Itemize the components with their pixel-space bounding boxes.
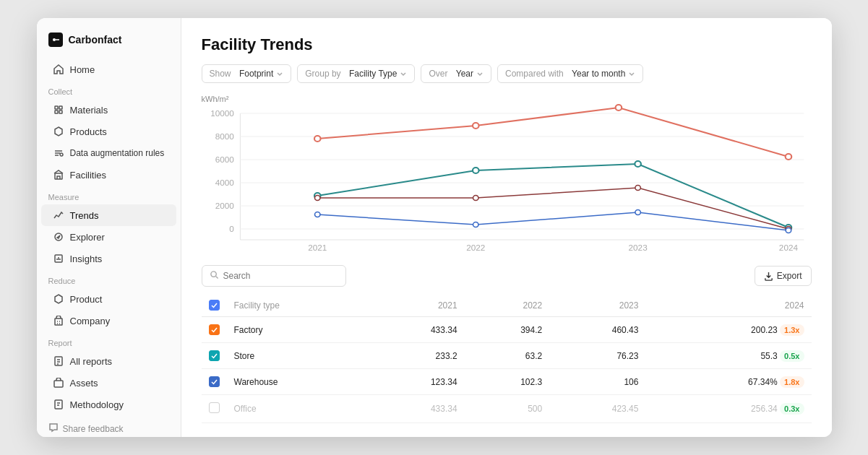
sidebar-item-assets[interactable]: Assets — [41, 372, 176, 394]
row-checkbox[interactable] — [209, 324, 220, 335]
svg-point-41 — [473, 196, 478, 201]
company-icon — [53, 315, 64, 326]
chevron-down-icon — [276, 70, 283, 77]
app-container: Carbonfact Home Collect Materials — [37, 18, 832, 437]
group-by-filter-button[interactable]: Group by Facility Type — [297, 64, 415, 83]
sidebar-item-product[interactable]: Product — [41, 288, 176, 310]
chart-unit-label: kWh/m² — [202, 95, 812, 103]
col-header-2024: 2024 — [645, 294, 811, 317]
row-2022: 394.2 — [465, 317, 550, 343]
row-2022: 500 — [465, 395, 550, 423]
sidebar-logo: Carbonfact — [37, 30, 181, 58]
row-checkbox-cell — [202, 317, 227, 343]
row-2021: 233.2 — [368, 343, 464, 369]
svg-rect-3 — [59, 106, 62, 109]
sidebar-item-home-label: Home — [70, 64, 95, 75]
row-2021: 123.34 — [368, 369, 464, 395]
insights-icon — [53, 253, 64, 264]
svg-point-48 — [210, 272, 215, 277]
sidebar-item-facilities[interactable]: Facilities — [41, 164, 176, 186]
row-checkbox[interactable] — [209, 402, 220, 413]
sidebar-item-all-reports[interactable]: All reports — [41, 350, 176, 372]
search-icon — [210, 270, 219, 282]
svg-point-0 — [53, 38, 56, 41]
search-input[interactable] — [223, 271, 338, 281]
table-row: Office 433.34 500 423.45 256.34 0.3x — [202, 395, 812, 423]
svg-text:4000: 4000 — [215, 178, 233, 187]
row-2023: 423.45 — [549, 395, 645, 423]
over-filter-button[interactable]: Over Year — [421, 64, 491, 83]
sidebar-item-company[interactable]: Company — [41, 310, 176, 332]
sidebar-item-materials[interactable]: Materials — [41, 99, 176, 121]
sidebar-item-home[interactable]: Home — [41, 58, 176, 80]
svg-point-33 — [472, 123, 478, 129]
row-checkbox[interactable] — [209, 376, 220, 387]
row-2024: 200.23 1.3x — [645, 317, 811, 343]
show-filter-button[interactable]: Show Footprint — [202, 64, 292, 83]
row-name-cell: Warehouse — [227, 369, 369, 395]
all-reports-icon — [53, 355, 64, 367]
compared-with-filter-button[interactable]: Compared with Year to month — [497, 64, 643, 83]
row-checkbox-cell — [202, 395, 227, 423]
sidebar-item-all-reports-label: All reports — [70, 356, 113, 367]
row-2023: 460.43 — [549, 317, 645, 343]
export-button[interactable]: Export — [755, 266, 812, 286]
sidebar-item-explorer-label: Explorer — [70, 232, 105, 243]
svg-point-6 — [60, 153, 63, 156]
sidebar-item-data-augmentation[interactable]: Data augmentation rules — [41, 142, 176, 164]
explorer-icon — [53, 231, 64, 243]
export-icon — [764, 272, 773, 281]
chevron-down-icon — [400, 70, 407, 77]
svg-text:2023: 2023 — [628, 243, 647, 252]
row-name: Office — [234, 404, 257, 414]
group-by-value: Facility Type — [349, 69, 397, 79]
sidebar-item-data-augmentation-label: Data augmentation rules — [70, 148, 165, 158]
badge: 0.3x — [780, 403, 804, 415]
row-name: Warehouse — [234, 377, 278, 387]
sidebar-item-assets-label: Assets — [70, 378, 98, 389]
sidebar-item-materials-label: Materials — [70, 105, 108, 116]
row-2022: 102.3 — [465, 369, 550, 395]
row-checkbox-cell — [202, 369, 227, 395]
row-2021: 433.34 — [368, 317, 464, 343]
svg-rect-5 — [59, 110, 62, 113]
svg-rect-4 — [55, 110, 58, 113]
svg-point-32 — [314, 136, 320, 142]
collect-section-label: Collect — [37, 80, 181, 99]
col-header-2022: 2022 — [465, 294, 550, 317]
header-checkbox[interactable] — [209, 300, 220, 311]
svg-point-37 — [472, 168, 478, 173]
compared-with-value: Year to month — [572, 69, 625, 79]
sidebar-item-insights[interactable]: Insights — [41, 248, 176, 269]
trends-icon — [53, 209, 64, 221]
sidebar-item-methodology[interactable]: Methodology — [41, 394, 176, 415]
sidebar-item-products[interactable]: Products — [41, 121, 176, 142]
sidebar-item-company-label: Company — [70, 316, 111, 326]
chevron-down-icon — [628, 70, 635, 77]
svg-point-46 — [635, 210, 640, 215]
svg-text:2024: 2024 — [778, 243, 797, 252]
compared-with-label: Compared with — [505, 69, 564, 79]
products-icon — [53, 126, 64, 137]
sidebar: Carbonfact Home Collect Materials — [37, 18, 181, 437]
over-label: Over — [429, 69, 447, 79]
product-icon — [53, 293, 64, 305]
main-content: Facility Trends Show Footprint Group by … — [181, 18, 832, 437]
sidebar-item-trends[interactable]: Trends — [41, 204, 176, 226]
svg-text:8000: 8000 — [215, 132, 233, 141]
over-value: Year — [456, 69, 473, 79]
search-box[interactable] — [202, 265, 346, 287]
row-name-cell: Factory — [227, 317, 369, 343]
share-feedback[interactable]: Share feedback — [37, 415, 181, 437]
row-checkbox[interactable] — [209, 350, 220, 361]
home-icon — [53, 64, 64, 75]
share-feedback-label: Share feedback — [63, 424, 124, 434]
svg-text:6000: 6000 — [215, 155, 233, 164]
materials-icon — [53, 104, 64, 116]
svg-point-45 — [473, 222, 478, 228]
sidebar-item-products-label: Products — [70, 126, 107, 137]
row-name: Store — [234, 351, 255, 361]
svg-text:10000: 10000 — [210, 109, 234, 118]
svg-point-38 — [635, 161, 641, 167]
sidebar-item-explorer[interactable]: Explorer — [41, 226, 176, 248]
